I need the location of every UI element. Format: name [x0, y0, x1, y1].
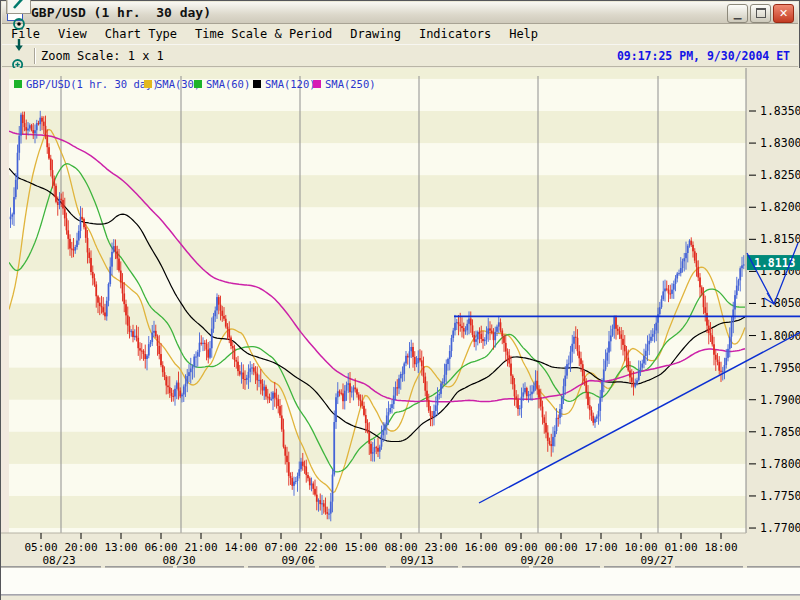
candle-body [645, 351, 647, 356]
y-price-label: 1.7750 [760, 489, 800, 503]
candle-body [573, 337, 575, 344]
candle-body [559, 409, 561, 418]
candle-body [197, 352, 199, 356]
menu-item-drawing[interactable]: Drawing [341, 25, 410, 43]
candle-body [171, 393, 173, 396]
candle-body [188, 372, 190, 376]
candle-body [178, 383, 180, 391]
candle-body [283, 429, 285, 446]
candle-body [162, 365, 164, 372]
candle-body [221, 311, 223, 316]
candle-body [365, 415, 367, 423]
candle-body [409, 351, 411, 357]
x-date-label: 09/13 [400, 554, 433, 567]
x-date-label: 08/23 [42, 554, 75, 567]
bottom-strip-border [1, 594, 800, 596]
candle-body [17, 153, 19, 180]
candle-body [183, 386, 185, 394]
close-button[interactable]: ✕ [773, 4, 794, 23]
candle-body [374, 447, 376, 452]
menu-item-view[interactable]: View [49, 25, 96, 43]
candle-body [346, 385, 348, 391]
candle-body [265, 387, 267, 397]
menu-item-chart-type[interactable]: Chart Type [96, 25, 186, 43]
candle-body [680, 268, 682, 273]
candle-body [167, 386, 169, 388]
candle-body [515, 396, 517, 399]
candle-body [438, 394, 440, 395]
y-price-label: 1.8300 [760, 136, 800, 150]
minimize-button[interactable]: ▁ [727, 4, 748, 23]
candle-body [685, 253, 687, 258]
y-price-label: 1.8200 [760, 200, 800, 214]
left-margin [1, 68, 9, 533]
candle-body [524, 388, 526, 392]
x-time-label: 01:00 [664, 541, 697, 554]
candle-body [141, 351, 143, 352]
candle-body [204, 343, 206, 344]
candle-body [260, 380, 262, 384]
candle-body [519, 408, 521, 409]
candle-body [337, 391, 339, 397]
candle-body [295, 481, 297, 482]
candle-body [307, 475, 309, 478]
menu-bar: FileViewChart TypeTime Scale & PeriodDra… [2, 24, 798, 44]
candle-body [508, 355, 510, 363]
candle-body [151, 333, 153, 342]
x-time-label: 07:00 [264, 541, 297, 554]
candle-body [24, 123, 26, 127]
candle-body [25, 127, 27, 130]
title-bar[interactable]: GBP/USD (1 hr. 30 day) ▁ ✕ [2, 2, 798, 24]
crosshair-tool-button[interactable] [6, 14, 31, 35]
candle-body [319, 500, 321, 504]
x-time-label: 06:00 [144, 541, 177, 554]
candle-body [50, 159, 52, 171]
candle-body [668, 290, 670, 294]
candle-body [101, 306, 103, 307]
candle-body [88, 252, 90, 258]
menu-item-time-scale-period[interactable]: Time Scale & Period [186, 25, 341, 43]
candle-body [349, 383, 351, 392]
candle-body [575, 337, 577, 338]
candle-body [598, 411, 600, 417]
candle-body [682, 261, 684, 268]
menu-item-indicators[interactable]: Indicators [410, 25, 500, 43]
legend-swatch [253, 80, 261, 88]
zoom-scale-label: Zoom Scale: 1 x 1 [41, 49, 164, 63]
candle-body [15, 180, 17, 197]
candle-body [270, 399, 272, 400]
legend-item: GBP/USD(1 hr. 30 day) [14, 78, 159, 90]
candle-body [405, 356, 407, 364]
candle-body [713, 344, 715, 354]
candle-body [636, 380, 638, 384]
candle-body [293, 482, 295, 486]
menu-item-help[interactable]: Help [500, 25, 547, 43]
candle-body [55, 186, 57, 202]
candle-body [127, 315, 129, 325]
candle-body [193, 357, 195, 367]
legend-swatch [14, 80, 22, 88]
candle-body [403, 363, 405, 374]
candle-body [739, 268, 741, 280]
candle-body [706, 313, 708, 326]
legend-label: SMA(30) [156, 78, 200, 90]
toolbar: Zoom Scale: 1 x 1 09:17:25 PM, 9/30/2004… [2, 44, 798, 67]
candle-body [249, 368, 251, 371]
candle-body [160, 354, 162, 365]
candle-body [673, 284, 675, 290]
candle-body [277, 399, 279, 406]
y-price-label: 1.7800 [760, 457, 800, 471]
candle-body [342, 393, 344, 401]
candle-body [543, 417, 545, 423]
candle-body [687, 246, 689, 253]
candle-body [95, 284, 97, 296]
line-draw-tool-button[interactable] [6, 0, 31, 14]
restore-button[interactable] [750, 4, 771, 23]
candle-body [414, 357, 416, 364]
down-arrow-tool-button[interactable] [6, 35, 31, 56]
candle-body [225, 319, 227, 327]
candle-body [699, 277, 701, 287]
candle-body [480, 334, 482, 339]
candle-body [627, 358, 629, 371]
candle-body [157, 336, 159, 346]
